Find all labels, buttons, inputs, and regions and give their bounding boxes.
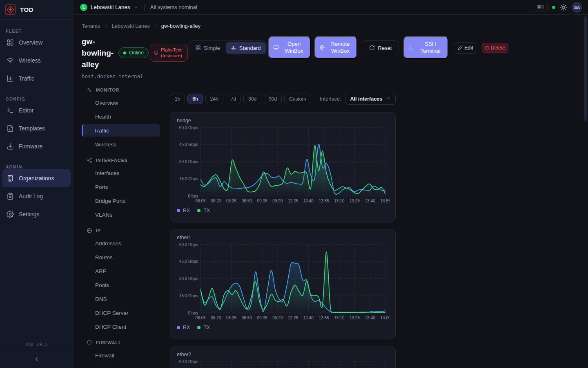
tenant-switcher[interactable]: L Lebowski Lanes	[80, 4, 138, 11]
svg-text:0 bps: 0 bps	[188, 311, 198, 315]
legend-dot-icon	[197, 209, 200, 212]
open-winbox-button[interactable]: Open WinBox	[268, 36, 311, 59]
online-status-badge: Online	[118, 47, 149, 58]
subnav-item-traffic[interactable]: Traffic	[82, 124, 160, 137]
subnav-item-bridge-ports[interactable]: Bridge Ports	[82, 195, 160, 207]
svg-text:09:20: 09:20	[272, 316, 283, 320]
sidebar-item-label: Settings	[19, 211, 40, 218]
legend-item-rx: RX	[177, 208, 190, 213]
file-icon	[7, 125, 14, 132]
insecure-label: Plain-Text(Insecure)	[161, 47, 182, 58]
sidebar-item-editor[interactable]: Editor	[2, 101, 71, 119]
range-pill-24h[interactable]: 24h	[205, 94, 223, 104]
online-dot-icon	[123, 52, 126, 54]
user-avatar[interactable]: SA	[572, 2, 582, 13]
chevron-right-icon	[153, 24, 158, 29]
interface-select[interactable]: All interfaces	[345, 93, 396, 105]
subnav-item-dhcp-server[interactable]: DHCP Server	[82, 307, 160, 319]
page-title: gw-bowling-alley	[82, 36, 121, 70]
tenant-name: Lebowski Lanes	[91, 4, 130, 10]
svg-text:30.0 Gbps: 30.0 Gbps	[179, 276, 198, 281]
range-pill-90d[interactable]: 90d	[264, 94, 282, 104]
range-pill-custom[interactable]: Custom	[284, 94, 311, 104]
svg-text:45.0 Gbps: 45.0 Gbps	[179, 259, 198, 264]
subnav-item-wireless[interactable]: Wireless	[82, 138, 160, 150]
online-label: Online	[129, 50, 144, 56]
range-pill-6h[interactable]: 6h	[187, 94, 203, 104]
network-icon	[87, 157, 92, 163]
subnav-item-vlans[interactable]: VLANs	[82, 209, 160, 221]
subnav-section-interfaces: INTERFACES	[82, 155, 160, 165]
ssh-terminal-button[interactable]: SSH Terminal	[403, 36, 448, 59]
sidebar-section-label: CONFIG	[0, 96, 73, 101]
svg-text:08:05: 08:05	[195, 199, 205, 203]
mode-simple-button[interactable]: Simple	[190, 42, 225, 54]
logo-row: TOD	[0, 0, 73, 20]
sidebar-collapse-button[interactable]	[0, 352, 73, 368]
chevron-down-icon	[386, 96, 391, 102]
sidebar-item-audit-log[interactable]: Audit Log	[2, 187, 71, 205]
subnav-item-pools[interactable]: Pools	[82, 279, 160, 291]
legend-item-tx: TX	[197, 208, 210, 213]
breadcrumb: Tenants Lebowski Lanes gw-bowling-alley	[82, 23, 200, 29]
edit-button[interactable]: Edit	[455, 42, 476, 54]
mode-standard-button[interactable]: Standard	[226, 42, 266, 54]
traffic-chart: 08:0508:2008:3508:5009:0509:2012:2512:40…	[177, 359, 390, 368]
subnav-item-arp[interactable]: ARP	[82, 265, 160, 277]
delete-button[interactable]: Delete	[482, 43, 508, 53]
svg-text:08:50: 08:50	[242, 199, 252, 203]
subnav-item-overview[interactable]: Overview	[82, 96, 160, 109]
sidebar-item-label: Traffic	[19, 75, 34, 82]
chart-controls: 1h6h24h7d30d90dCustom Interface: All int…	[170, 93, 396, 105]
legend-item-tx: TX	[197, 325, 210, 330]
traffic-chart: 08:0508:2008:3508:5009:0509:2012:2512:40…	[177, 125, 390, 206]
range-pill-30d[interactable]: 30d	[243, 94, 261, 104]
subnav-item-dhcp-client[interactable]: DHCP Client	[82, 321, 160, 333]
svg-text:08:50: 08:50	[242, 316, 252, 320]
sidebar-item-templates[interactable]: Templates	[2, 119, 71, 137]
sidebar-item-overview[interactable]: Overview	[2, 34, 71, 52]
sidebar-item-traffic[interactable]: Traffic	[2, 70, 71, 88]
traffic-chart-card-ether1: ether108:0508:2008:3508:5009:0509:2012:2…	[170, 229, 396, 339]
range-pill-1h[interactable]: 1h	[170, 94, 185, 104]
sidebar-item-settings[interactable]: Settings	[2, 205, 71, 223]
remote-winbox-button[interactable]: Remote WinBox	[314, 36, 357, 59]
svg-text:08:35: 08:35	[226, 316, 236, 320]
topbar: L Lebowski Lanes All systems nominal ⌘K …	[74, 0, 588, 15]
subnav-item-routes[interactable]: Routes	[82, 251, 160, 263]
subnav-item-dns[interactable]: DNS	[82, 293, 160, 305]
chart-legend: RXTX	[177, 208, 389, 213]
reset-button[interactable]: Reset	[362, 40, 399, 55]
command-palette-button[interactable]: ⌘K	[534, 3, 548, 11]
chart-legend: RXTX	[177, 325, 389, 330]
svg-text:13:25: 13:25	[350, 199, 360, 203]
chart-title: ether2	[177, 352, 389, 357]
tod-logo-icon	[5, 4, 16, 15]
theme-toggle-button[interactable]	[560, 4, 567, 11]
svg-text:15.0 Gbps: 15.0 Gbps	[179, 177, 198, 181]
subnav-item-health[interactable]: Health	[82, 110, 160, 123]
range-pill-7d[interactable]: 7d	[226, 94, 241, 104]
svg-text:13:10: 13:10	[334, 316, 344, 320]
subnav-item-addresses[interactable]: Addresses	[82, 237, 160, 249]
subnav-item-firewall[interactable]: Firewall	[82, 349, 160, 361]
svg-text:08:20: 08:20	[211, 199, 221, 203]
subnav-section-ip: IP	[82, 226, 160, 236]
svg-text:08:20: 08:20	[211, 316, 221, 320]
subnav-item-interfaces[interactable]: Interfaces	[82, 167, 160, 179]
subnav-item-ports[interactable]: Ports	[82, 181, 160, 193]
scrollbar-thumb[interactable]	[584, 16, 587, 121]
breadcrumb-tenant[interactable]: Lebowski Lanes	[112, 23, 150, 29]
svg-text:45.0 Gbps: 45.0 Gbps	[179, 142, 198, 147]
sidebar-item-organizations[interactable]: Organizations	[2, 169, 71, 187]
legend-dot-icon	[177, 326, 180, 329]
svg-text:14:00: 14:00	[380, 316, 390, 320]
subnav-item-mangle[interactable]: Mangle	[82, 363, 160, 368]
chart-icon	[7, 75, 14, 82]
sliders-icon	[231, 45, 236, 51]
download-icon	[7, 143, 14, 150]
breadcrumb-tenants[interactable]: Tenants	[82, 23, 100, 29]
chart-cards: bridge08:0508:2008:3508:5009:0509:2012:2…	[170, 112, 396, 368]
sidebar-item-wireless[interactable]: Wireless	[2, 52, 71, 70]
sidebar-item-firmware[interactable]: Firmware	[2, 137, 71, 155]
